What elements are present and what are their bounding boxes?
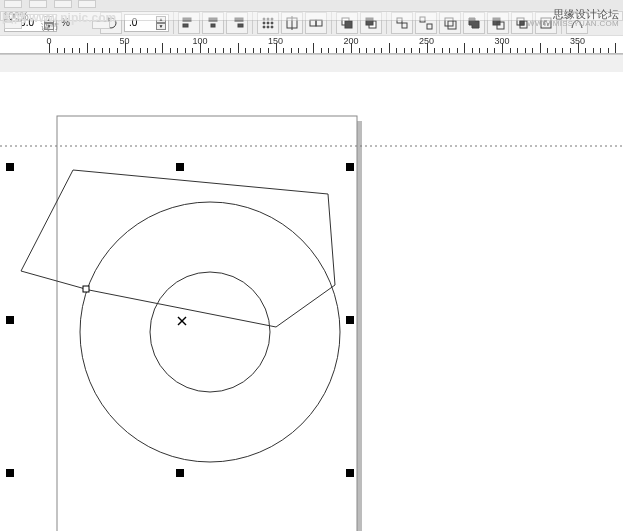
label-adjust: 调节: [41, 22, 59, 32]
ruler-label: 250: [419, 36, 434, 46]
drawing-canvas[interactable]: [0, 72, 623, 531]
ruler-label: 0: [46, 36, 51, 46]
ruler-label: 50: [119, 36, 129, 46]
ruler-label: 100: [192, 36, 207, 46]
horizontal-ruler[interactable]: 050100150200250300350: [0, 36, 623, 54]
selection-handle[interactable]: [346, 316, 354, 324]
tiny-toolbar-btn[interactable]: [4, 0, 22, 8]
selection-handle[interactable]: [6, 469, 14, 477]
node-point[interactable]: [83, 286, 89, 292]
page-rect: [57, 116, 357, 531]
selection-handle[interactable]: [176, 469, 184, 477]
tiny-toolbar-btn[interactable]: [29, 0, 47, 8]
tiny-toolbar-btn[interactable]: [4, 21, 22, 29]
selection-handle[interactable]: [6, 163, 14, 171]
tiny-toolbar-btn[interactable]: [92, 21, 110, 29]
ruler-label: 300: [494, 36, 509, 46]
zoom-field-top[interactable]: 100%: [0, 11, 623, 21]
selection-handle[interactable]: [346, 469, 354, 477]
selection-handle[interactable]: [176, 163, 184, 171]
ruler-label: 150: [268, 36, 283, 46]
selection-handle[interactable]: [6, 316, 14, 324]
ruler-label: 200: [343, 36, 358, 46]
ruler-label: 350: [570, 36, 585, 46]
tiny-toolbar-btn[interactable]: [54, 0, 72, 8]
selection-handle[interactable]: [346, 163, 354, 171]
tiny-toolbar-btn[interactable]: [78, 0, 96, 8]
